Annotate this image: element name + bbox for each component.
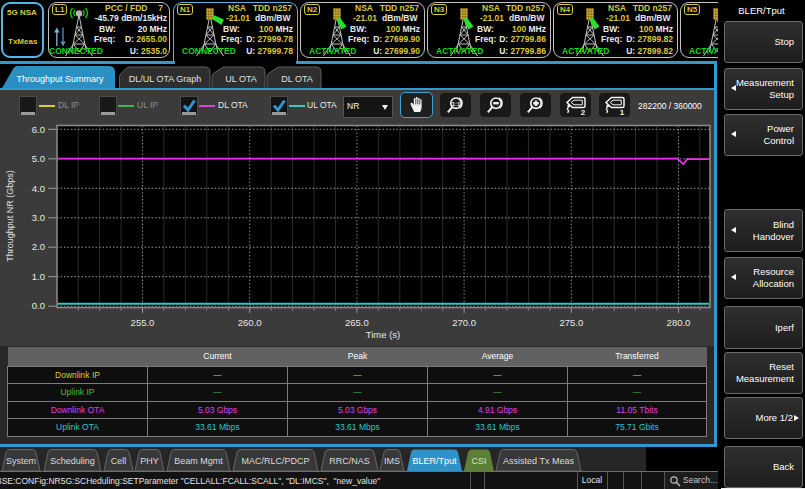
svg-text:RRC/NAS: RRC/NAS	[329, 456, 370, 466]
svg-text:CSI: CSI	[471, 456, 486, 466]
svg-text:System: System	[6, 456, 36, 466]
svg-text:IMS: IMS	[384, 456, 400, 466]
svg-text:Cell: Cell	[111, 456, 127, 466]
svg-text:BLER/Tput: BLER/Tput	[412, 456, 457, 466]
svg-text:Beam Mgmt: Beam Mgmt	[174, 456, 223, 466]
svg-text:MAC/RLC/PDCP: MAC/RLC/PDCP	[241, 456, 309, 466]
svg-text:Assisted Tx Meas: Assisted Tx Meas	[503, 456, 574, 466]
svg-text:Scheduling: Scheduling	[50, 456, 95, 466]
svg-text:PHY: PHY	[140, 456, 159, 466]
